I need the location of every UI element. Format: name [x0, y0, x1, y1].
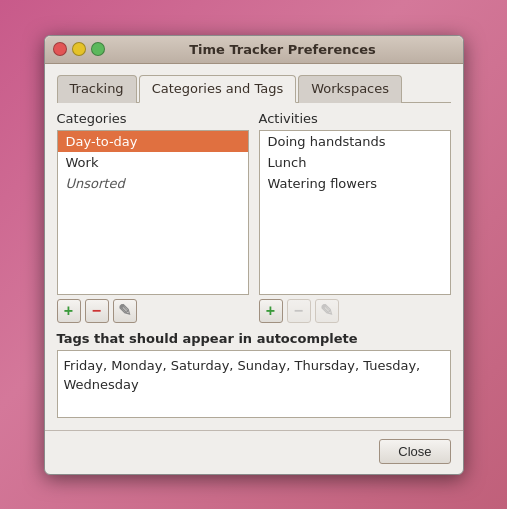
maximize-window-button[interactable] [91, 42, 105, 56]
categories-btn-row: + − ✎ [57, 299, 249, 323]
activities-label: Activities [259, 111, 451, 126]
category-item-work[interactable]: Work [58, 152, 248, 173]
window-title: Time Tracker Preferences [111, 42, 455, 57]
categories-panel: Categories Day-to-day Work Unsorted + − … [57, 111, 249, 323]
tags-section: Tags that should appear in autocomplete [57, 331, 451, 418]
remove-activity-button[interactable]: − [287, 299, 311, 323]
tab-tracking[interactable]: Tracking [57, 75, 137, 103]
activity-item-doing-handstands[interactable]: Doing handstands [260, 131, 450, 152]
category-item-day-to-day[interactable]: Day-to-day [58, 131, 248, 152]
main-window: Time Tracker Preferences Tracking Catego… [44, 35, 464, 475]
category-item-unsorted[interactable]: Unsorted [58, 173, 248, 194]
tab-bar: Tracking Categories and Tags Workspaces [57, 74, 451, 103]
tab-workspaces[interactable]: Workspaces [298, 75, 402, 103]
minimize-window-button[interactable] [72, 42, 86, 56]
activity-item-lunch[interactable]: Lunch [260, 152, 450, 173]
close-button[interactable]: Close [379, 439, 450, 464]
add-category-button[interactable]: + [57, 299, 81, 323]
add-activity-button[interactable]: + [259, 299, 283, 323]
window-controls [53, 42, 105, 56]
edit-activity-button[interactable]: ✎ [315, 299, 339, 323]
close-window-button[interactable] [53, 42, 67, 56]
activities-panel: Activities Doing handstands Lunch Wateri… [259, 111, 451, 323]
activities-list: Doing handstands Lunch Watering flowers [259, 130, 451, 295]
activities-btn-row: + − ✎ [259, 299, 451, 323]
tab-categories-tags[interactable]: Categories and Tags [139, 75, 297, 103]
tags-label: Tags that should appear in autocomplete [57, 331, 451, 346]
edit-category-button[interactable]: ✎ [113, 299, 137, 323]
categories-list: Day-to-day Work Unsorted [57, 130, 249, 295]
content-area: Tracking Categories and Tags Workspaces … [45, 64, 463, 430]
categories-label: Categories [57, 111, 249, 126]
remove-category-button[interactable]: − [85, 299, 109, 323]
titlebar: Time Tracker Preferences [45, 36, 463, 64]
panels-row: Categories Day-to-day Work Unsorted + − … [57, 111, 451, 323]
tags-textarea[interactable] [57, 350, 451, 418]
activity-item-watering-flowers[interactable]: Watering flowers [260, 173, 450, 194]
footer: Close [45, 430, 463, 474]
